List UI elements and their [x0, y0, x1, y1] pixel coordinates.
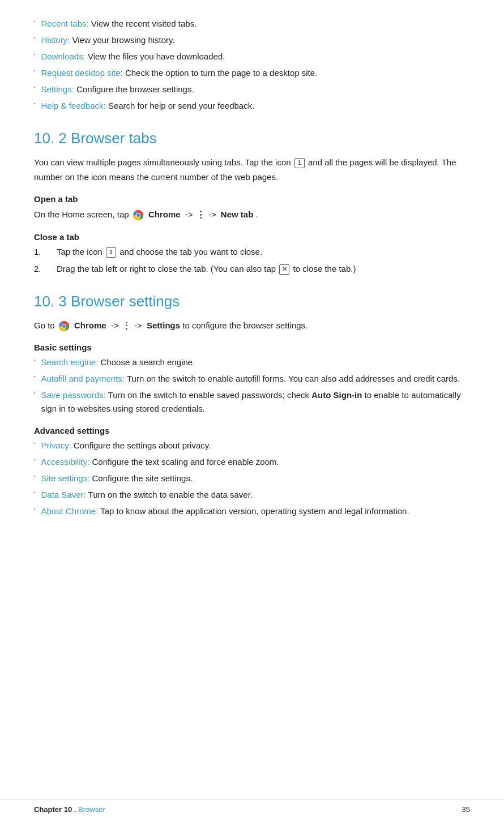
- step-2-text: Drag the tab left or right to close the …: [57, 262, 356, 276]
- bullet-dot: •: [34, 100, 35, 106]
- menu-dot: [126, 322, 127, 323]
- chrome-icon: [133, 210, 145, 221]
- privacy-desc: Configure the settings about privacy.: [74, 441, 211, 450]
- list-item-text: Save passwords: Turn on the switch to en…: [41, 388, 470, 416]
- close-tab-section: Close a tab 1. Tap the icon 1 and choose…: [34, 232, 470, 276]
- request-desktop-link: Request desktop site:: [41, 68, 122, 78]
- bullet-dot: •: [34, 51, 35, 57]
- search-engine-link: Search engine:: [41, 357, 98, 367]
- downloads-link: Downloads:: [41, 52, 85, 61]
- list-item-text: Recent tabs: View the recent visited tab…: [41, 17, 197, 31]
- menu-dot: [126, 328, 127, 330]
- bullet-dot: •: [34, 440, 35, 446]
- step-number-2: 2.: [34, 262, 57, 276]
- list-item-text: About Chrome: Tap to know about the appl…: [41, 505, 409, 518]
- svg-point-5: [62, 324, 66, 328]
- section-2-heading: 10. 2 Browser tabs: [34, 130, 470, 147]
- help-feedback-desc: Search for help or send your feedback.: [108, 101, 255, 110]
- arrow2: ->: [208, 210, 219, 219]
- list-item: • Privacy: Configure the settings about …: [34, 439, 470, 452]
- footer-browser: Browser: [78, 805, 105, 814]
- history-desc: View your browsing history.: [72, 35, 174, 45]
- tab-count-icon-2: 1: [106, 247, 116, 258]
- settings-label: Settings: [147, 320, 180, 330]
- section-3-intro-text2: to configure the browser settings.: [182, 320, 307, 330]
- page-content: • Recent tabs: View the recent visited t…: [0, 0, 504, 568]
- site-settings-link: Site settings:: [41, 473, 89, 483]
- autofill-link: Autofill and payments:: [41, 374, 125, 383]
- list-item-text: History: View your browsing history.: [41, 33, 174, 47]
- tab-count-icon: 1: [294, 158, 305, 168]
- settings-desc: Configure the browser settings.: [76, 84, 194, 94]
- bullet-dot: •: [34, 506, 35, 512]
- list-item: • Recent tabs: View the recent visited t…: [34, 17, 470, 31]
- section-2-intro-text1: You can view multiple pages simultaneous…: [34, 157, 293, 167]
- list-item-text: Accessibility: Configure the text scalin…: [41, 455, 279, 469]
- open-tab-body: On the Home screen, tap Chrome ->: [34, 207, 470, 222]
- list-item: • Accessibility: Configure the text scal…: [34, 455, 470, 469]
- about-chrome-desc: Tap to know about the application versio…: [100, 506, 409, 516]
- list-item-text: Privacy: Configure the settings about pr…: [41, 439, 211, 452]
- section-3-intro-text1: Go to: [34, 320, 57, 330]
- bullet-dot: •: [34, 373, 35, 379]
- menu-dots-icon-2: [126, 322, 127, 330]
- help-feedback-link: Help & feedback:: [41, 101, 105, 110]
- settings-link: Settings:: [41, 84, 74, 94]
- list-item: • Settings: Configure the browser settin…: [34, 83, 470, 96]
- menu-dot: [126, 324, 127, 326]
- footer-right: 35: [462, 805, 470, 814]
- menu-dot: [200, 211, 202, 212]
- save-passwords-link: Save passwords:: [41, 390, 105, 400]
- svg-point-2: [136, 213, 140, 217]
- open-tab-heading: Open a tab: [34, 194, 470, 204]
- recent-tabs-desc: View the recent visited tabs.: [91, 19, 197, 28]
- list-item-text: Search engine: Choose a search engine.: [41, 356, 195, 369]
- section-3-heading: 10. 3 Browser settings: [34, 293, 470, 310]
- list-item: • Site settings: Configure the site sett…: [34, 472, 470, 485]
- downloads-desc: View the files you have downloaded.: [88, 52, 225, 61]
- bullet-dot: •: [34, 473, 35, 479]
- list-item: • Search engine: Choose a search engine.: [34, 356, 470, 369]
- bullet-dot: •: [34, 67, 35, 74]
- step-1-text: Tap the icon 1 and choose the tab you wa…: [57, 245, 262, 259]
- top-bullet-list: • Recent tabs: View the recent visited t…: [34, 17, 470, 113]
- list-item: • Help & feedback: Search for help or se…: [34, 99, 470, 113]
- bullet-dot: •: [34, 489, 35, 495]
- list-item: • Autofill and payments: Turn on the swi…: [34, 372, 470, 386]
- chrome-label-2: Chrome: [74, 320, 106, 330]
- request-desktop-desc: Check the option to turn the page to a d…: [125, 68, 317, 78]
- footer-page: 35: [462, 805, 470, 814]
- new-tab-label: New tab: [221, 210, 254, 219]
- autofill-desc: Turn on the switch to enable autofill fo…: [127, 374, 460, 383]
- site-settings-desc: Configure the site settings.: [92, 473, 193, 483]
- list-item-text: Help & feedback: Search for help or send…: [41, 99, 254, 113]
- close-tab-step-2: 2. Drag the tab left or right to close t…: [34, 262, 470, 276]
- accessibility-desc: Configure the text scaling and force ena…: [92, 457, 279, 467]
- basic-settings-heading: Basic settings: [34, 343, 470, 352]
- menu-dots-icon: [200, 211, 202, 219]
- footer-chapter: Chapter 10 .: [34, 805, 76, 814]
- list-item: • About Chrome: Tap to know about the ap…: [34, 505, 470, 518]
- advanced-settings-list: • Privacy: Configure the settings about …: [34, 439, 470, 518]
- bullet-dot: •: [34, 18, 35, 24]
- bullet-dot: •: [34, 456, 35, 463]
- page-footer: Chapter 10 . Browser 35: [0, 799, 504, 814]
- list-item-text: Data Saver: Turn on the switch to enable…: [41, 488, 253, 502]
- accessibility-link: Accessibility:: [41, 457, 89, 467]
- search-engine-desc: Choose a search engine.: [101, 357, 195, 367]
- menu-dot: [200, 214, 202, 216]
- section-3-intro: Go to Chrome -> -> Settings to configure…: [34, 318, 470, 333]
- list-item-text: Settings: Configure the browser settings…: [41, 83, 194, 96]
- close-tab-list: 1. Tap the icon 1 and choose the tab you…: [34, 245, 470, 276]
- step-number-1: 1.: [34, 245, 57, 259]
- bullet-dot: •: [34, 84, 35, 90]
- list-item: • Request desktop site: Check the option…: [34, 66, 470, 80]
- open-tab-text1: On the Home screen, tap: [34, 210, 131, 219]
- list-item-text: Downloads: View the files you have downl…: [41, 50, 225, 63]
- chrome-icon-2: [58, 320, 71, 332]
- arrow3: ->: [111, 320, 121, 330]
- arrow4: ->: [134, 320, 144, 330]
- open-tab-section: Open a tab On the Home screen, tap Chrom…: [34, 194, 470, 222]
- list-item: • Save passwords: Turn on the switch to …: [34, 388, 470, 416]
- list-item-text: Site settings: Configure the site settin…: [41, 472, 193, 485]
